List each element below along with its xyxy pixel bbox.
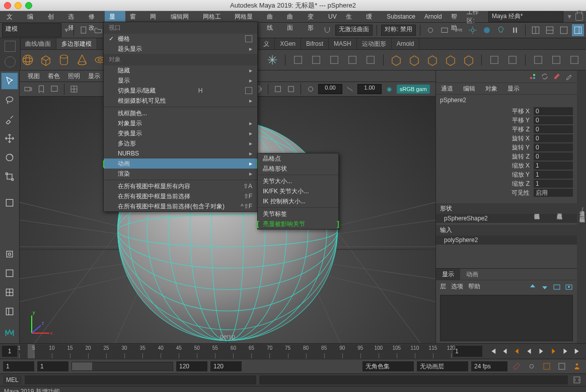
menu-create[interactable]: 创建 (43, 11, 64, 22)
menu-edit[interactable]: 编辑 (23, 11, 43, 22)
panel-layout2-icon[interactable] (544, 24, 556, 36)
script-editor-icon[interactable] (571, 374, 583, 386)
menu-item[interactable]: 在所有视图中框显当前选择⇧F (104, 191, 257, 201)
panel-layout3-icon[interactable] (558, 24, 570, 36)
vp-exposure-icon[interactable] (305, 84, 316, 95)
cb-attr-value[interactable]: 0 (534, 116, 573, 124)
cb-sync-icon[interactable] (541, 72, 549, 81)
cb-attr-value[interactable]: 0 (534, 125, 573, 133)
submenu-item[interactable]: IK 控制柄大小... (258, 196, 338, 206)
vp-menu-view[interactable]: 视图 (24, 70, 44, 82)
menu-arnold[interactable]: Arnold (420, 11, 447, 22)
menu-item[interactable]: 切换显示/隐藏H (104, 86, 257, 96)
vp-menu-display[interactable]: 显示 (84, 70, 104, 82)
shelf-generic-icon[interactable] (505, 52, 520, 67)
menu-item[interactable]: 变换显示▸ (104, 128, 257, 138)
shelf-tab-motion[interactable]: 运动图形 (357, 38, 392, 49)
ipr-icon[interactable]: IPR (453, 24, 465, 36)
cb-axis-icon[interactable] (529, 72, 537, 81)
layout-custom-icon[interactable] (1, 303, 18, 320)
shelf-tab-custom[interactable]: 义 (258, 38, 275, 49)
layer-list[interactable] (440, 295, 573, 341)
cb-shape-name[interactable]: pSphereShape2 (436, 214, 577, 223)
anim-prefs-icon[interactable] (541, 360, 553, 372)
fps-dropdown[interactable]: 24 fps (471, 361, 507, 371)
menu-item[interactable]: 显示▸ (104, 75, 257, 86)
play-back-button[interactable] (525, 347, 534, 356)
shelf-tab-poly[interactable]: 多边形建模 (56, 38, 97, 49)
menu-item[interactable]: 在所有视图中框显所有内容⇧A (104, 181, 257, 191)
end-time-field[interactable]: 1 (453, 346, 482, 357)
menu-item[interactable]: 对象显示▸ (104, 118, 257, 128)
go-end-button[interactable] (573, 347, 582, 356)
toggle-cb-icon[interactable] (572, 24, 584, 36)
select-tool[interactable] (1, 72, 18, 90)
shelf-cube5-icon[interactable] (461, 52, 476, 67)
shelf-cube2-icon[interactable] (407, 52, 422, 67)
cb-tab-show[interactable]: 显示 (502, 83, 525, 94)
vp-gamma-field[interactable]: 1.00 (357, 84, 382, 94)
menu-cache[interactable]: 缓存 (361, 11, 382, 22)
shelf-generic-icon[interactable] (345, 52, 360, 67)
menu-windows[interactable]: 窗口 (125, 11, 146, 22)
cb-attr-value[interactable]: 0 (534, 134, 573, 142)
shelf-tab-bifrost[interactable]: Bifrost (301, 38, 329, 49)
character-icon[interactable] (571, 360, 583, 372)
mode-selector[interactable]: 建模 (2, 23, 61, 37)
live-surface-dropdown[interactable]: 无激活曲面 (335, 25, 373, 36)
menu-mesh-display[interactable]: 网格显示 (230, 11, 262, 22)
submenu-item[interactable]: 关节大小... (258, 176, 338, 186)
menu-deform[interactable]: 变形 (303, 11, 324, 22)
cb-attr-value[interactable]: 0 (534, 152, 573, 161)
maya-logo-icon[interactable] (1, 322, 18, 343)
time-slider[interactable]: 1 15101520253035404550556065707580859095… (0, 343, 586, 359)
cb-attr-value[interactable]: 1 (534, 180, 573, 188)
vp-grid-icon[interactable] (68, 84, 80, 95)
layer-new-empty-icon[interactable] (553, 283, 561, 291)
layer-move-down-icon[interactable] (541, 283, 549, 291)
snowflake-icon[interactable] (265, 52, 280, 67)
go-start-button[interactable] (488, 347, 497, 356)
menu-edit-mesh[interactable]: 编辑网格 (166, 11, 198, 22)
cb-tab-object[interactable]: 对象 (480, 83, 502, 94)
maximize-window-button[interactable] (25, 2, 32, 9)
menu-item[interactable]: ✓栅格 (104, 34, 257, 44)
step-back-key-button[interactable] (500, 347, 509, 356)
menu-display[interactable]: 显示 (105, 11, 125, 22)
submenu-item[interactable]: 关节标签 (258, 209, 338, 219)
prefs-icon[interactable] (526, 360, 538, 372)
step-forward-key-button[interactable] (561, 347, 570, 356)
cb-attr-value[interactable]: 0 (534, 143, 573, 151)
vp-isolate-icon[interactable] (272, 84, 283, 95)
anim-end-field[interactable]: 120 (210, 361, 242, 371)
menu-item[interactable]: NURBS▸ (104, 148, 257, 159)
menu-item[interactable]: 题头显示▸ (104, 44, 257, 54)
menu-item[interactable]: 隐藏▸ (104, 65, 257, 75)
menu-help[interactable]: 帮助 (447, 11, 467, 22)
range-slider[interactable] (71, 362, 173, 371)
cb-edit-icon[interactable] (565, 72, 573, 81)
cb-attr-value[interactable]: 1 (534, 162, 573, 170)
menu-select[interactable]: 选择 (63, 11, 84, 22)
render-settings-icon[interactable] (467, 24, 479, 36)
light-editor-icon[interactable] (495, 24, 507, 36)
cb-attr-value[interactable]: 1 (534, 171, 573, 179)
cb-attr-value[interactable]: 启用 (534, 189, 573, 197)
open-scene-icon[interactable] (92, 24, 104, 36)
shelf-generic-icon[interactable] (531, 52, 546, 67)
menu-mesh[interactable]: 网格 (145, 11, 166, 22)
vp-menu-lighting[interactable]: 照明 (64, 70, 84, 82)
render-icon[interactable] (438, 24, 451, 36)
shelf-generic-icon[interactable] (567, 52, 582, 67)
cmd-language-toggle[interactable]: MEL (3, 375, 22, 384)
autokey-icon[interactable] (510, 360, 523, 372)
current-time-field[interactable]: 1 (2, 346, 17, 357)
magnet-icon[interactable] (321, 24, 333, 36)
poly-cube-icon[interactable] (38, 52, 53, 67)
menu-item[interactable]: [动画▸] (104, 159, 257, 169)
lock-icon[interactable] (575, 13, 583, 21)
shelf-generic-icon[interactable] (549, 52, 564, 67)
lasso-tool[interactable] (1, 92, 18, 109)
shelf-cube-icon[interactable] (389, 52, 404, 67)
shelf-generic-icon[interactable] (487, 52, 502, 67)
